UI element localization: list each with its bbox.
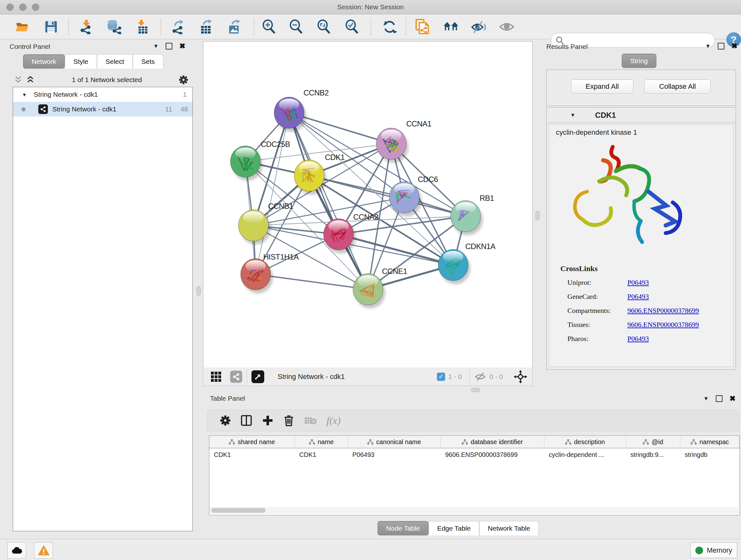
tab-sets[interactable]: Sets (133, 54, 163, 69)
tab-string[interactable]: String (622, 54, 657, 68)
network-share-view-icon[interactable] (230, 371, 242, 383)
network-edge-CCNB2-CCNE1[interactable] (289, 113, 368, 289)
clone-network-icon (415, 19, 431, 35)
hidden-eye-slash-icon[interactable] (474, 372, 486, 382)
import-table-from-file-button[interactable] (133, 19, 149, 35)
node-gloss-highlight (328, 220, 349, 232)
protein-header-row[interactable]: ▼ CDK1 (547, 108, 736, 123)
database-icon (107, 19, 121, 34)
crosslink-link[interactable]: P06493 (627, 293, 649, 301)
export-network-button[interactable] (171, 19, 186, 35)
grid-view-icon[interactable] (210, 371, 222, 382)
crosslink-link[interactable]: P06493 (627, 334, 649, 343)
export-table-button[interactable] (198, 19, 214, 35)
refresh-view-button[interactable] (382, 19, 398, 35)
column-header-database-identifier[interactable]: database identifier (441, 436, 544, 448)
tab-network-table[interactable]: Network Table (479, 521, 539, 536)
tab-style[interactable]: Style (65, 54, 97, 69)
table-cell[interactable]: stringdb:9... (626, 448, 680, 461)
column-header-@id[interactable]: @id (626, 436, 680, 448)
network-graph[interactable]: CCNB2CCNA1CDC25BCDK1CDC6RB1CCNB1CCNA2CDK… (203, 42, 532, 368)
tab-edge-table[interactable]: Edge Table (428, 521, 479, 536)
collection-expand-triangle-icon[interactable]: ▼ (22, 92, 27, 98)
delete-column-trash-icon[interactable] (283, 415, 294, 427)
export-image-button[interactable] (226, 19, 242, 35)
table-panel-float-button[interactable] (716, 395, 723, 402)
clone-network-button[interactable] (415, 19, 431, 35)
network-edge-CCNB2-HIST1H1A[interactable] (256, 113, 289, 274)
table-panel-close-button[interactable]: ✖ (730, 396, 736, 401)
protein-collapse-triangle-icon[interactable]: ▼ (570, 112, 576, 118)
control-panel: Control Panel ▼ ✖ NetworkStyleSelectSets… (4, 40, 190, 531)
table-cell[interactable]: CDK1 (209, 448, 295, 461)
results-panel-close-button[interactable]: ✖ (731, 44, 738, 49)
crosslinks-heading: CrossLinks (560, 264, 598, 273)
network-options-gear-icon[interactable] (179, 75, 188, 84)
cloud-status-button[interactable] (7, 542, 26, 559)
tab-network[interactable]: Network (23, 54, 65, 69)
table-row[interactable]: CDK1CDK1P064939606.ENSP00000378699cyclin… (209, 448, 739, 461)
table-options-gear-icon[interactable] (220, 415, 231, 426)
results-panel-float-button[interactable] (718, 43, 724, 50)
network-canvas[interactable]: CCNB2CCNA1CDC25BCDK1CDC6RB1CCNB1CCNA2CDK… (203, 41, 533, 368)
column-header-shared-name[interactable]: shared name (209, 436, 295, 448)
collapse-all-networks-icon[interactable] (14, 76, 23, 84)
import-network-from-database-button[interactable] (106, 19, 122, 35)
table-cell[interactable]: stringdb (680, 448, 739, 461)
expand-all-networks-icon[interactable] (26, 76, 35, 84)
control-panel-float-button[interactable] (165, 43, 172, 50)
zoom-out-button[interactable] (288, 19, 304, 35)
table-horizontal-scrollbar[interactable] (209, 507, 738, 514)
control-panel-close-button[interactable]: ✖ (179, 44, 185, 49)
column-header-namespac[interactable]: namespac (680, 436, 739, 448)
results-panel-collapse-button[interactable]: ▼ (705, 43, 711, 50)
show-hidden-button[interactable] (499, 19, 515, 35)
column-header-name[interactable]: name (295, 436, 348, 448)
function-builder-fx-icon[interactable]: f(x) (327, 415, 340, 427)
network-collection-row[interactable]: ▼ String Network - cdk1 1 (13, 87, 192, 102)
table-cell[interactable]: cyclin-dependent ... (544, 448, 626, 461)
hide-selected-button[interactable] (471, 19, 487, 35)
zoom-in-button[interactable] (261, 19, 277, 35)
crosslink-link[interactable]: 9606.ENSP00000378699 (627, 307, 699, 315)
birds-eye-view-icon[interactable] (252, 370, 264, 383)
crosslink-link[interactable]: P06493 (627, 278, 649, 287)
memory-button[interactable]: Memory (690, 543, 737, 558)
bottom-splitter-handle[interactable] (471, 388, 480, 392)
collapse-all-button[interactable]: Collapse All (644, 79, 711, 94)
crosslink-link[interactable]: 9606.ENSP00000378699 (627, 320, 699, 329)
network-node-RB1[interactable]: RB1 (451, 194, 494, 232)
node-gloss-highlight (235, 147, 256, 159)
tab-select[interactable]: Select (97, 54, 133, 69)
import-network-from-file-button[interactable] (78, 19, 94, 35)
table-panel-collapse-button[interactable]: ▼ (703, 395, 709, 402)
control-panel-collapse-button[interactable]: ▼ (153, 43, 158, 50)
create-column-plus-icon[interactable] (262, 415, 273, 426)
save-session-button[interactable] (43, 19, 59, 35)
delete-table-icon[interactable] (304, 416, 317, 425)
expand-all-button[interactable]: Expand All (571, 79, 633, 94)
warning-status-button[interactable] (34, 542, 53, 559)
table-toolbar: f(x) (207, 410, 739, 431)
selected-checkbox-icon[interactable]: ✓ (437, 373, 445, 381)
zoom-selected-button[interactable] (344, 19, 360, 35)
table-cell[interactable]: 9606.ENSP00000378699 (441, 448, 544, 461)
open-session-button[interactable] (14, 19, 30, 35)
node-gloss-highlight (246, 260, 266, 272)
fit-selected-crosshair-icon[interactable] (514, 370, 527, 383)
column-header-canonical-name[interactable]: canonical name (348, 436, 441, 448)
network-node-CDK1[interactable]: CDK1 (294, 153, 345, 191)
network-row-selected[interactable]: String Network - cdk1 11 48 (13, 102, 192, 117)
column-tree-icon (309, 439, 315, 445)
table-header-row: shared namenamecanonical namedatabase id… (209, 436, 739, 448)
scrollbar-thumb[interactable] (211, 508, 266, 513)
right-splitter-handle[interactable] (536, 211, 540, 220)
tab-node-table[interactable]: Node Table (378, 521, 428, 536)
table-cell[interactable]: P06493 (348, 448, 441, 461)
show-all-networks-button[interactable] (443, 19, 459, 35)
table-cell[interactable]: CDK1 (295, 448, 348, 461)
left-splitter-handle[interactable] (197, 286, 201, 296)
show-columns-icon[interactable] (240, 415, 253, 427)
column-header-description[interactable]: description (544, 436, 626, 448)
zoom-fit-button[interactable] (316, 19, 332, 35)
